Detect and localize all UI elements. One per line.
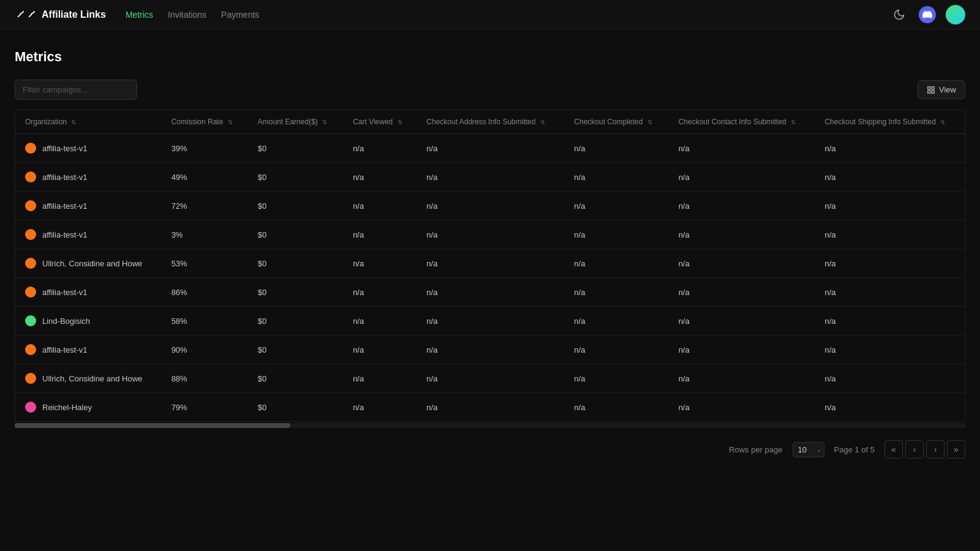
scrollbar-thumb[interactable] — [15, 423, 290, 428]
cell-org-3: affilia-test-v1 — [15, 220, 162, 249]
cell-contact-9: n/a — [669, 393, 815, 422]
cell-contact-3: n/a — [669, 220, 815, 249]
cell-cart-0: n/a — [343, 134, 417, 163]
nav-link-payments[interactable]: Payments — [221, 10, 259, 20]
cell-commission-3: 3% — [162, 220, 248, 249]
cell-org-7: affilia-test-v1 — [15, 335, 162, 364]
table-row: Lind-Bogisich 58% $0 n/a n/a n/a n/a n/a — [15, 307, 965, 335]
col-checkout-completed[interactable]: Checkout Completed ⇅ — [564, 110, 668, 134]
org-cell-2: affilia-test-v1 — [25, 200, 152, 211]
col-commission[interactable]: Comission Rate ⇅ — [162, 110, 248, 134]
table-row: affilia-test-v1 72% $0 n/a n/a n/a n/a n… — [15, 192, 965, 220]
cell-address-1: n/a — [417, 163, 564, 192]
cell-earned-1: $0 — [248, 163, 343, 192]
org-name-2: affilia-test-v1 — [42, 201, 87, 211]
svg-rect-3 — [932, 91, 934, 93]
next-page-button[interactable]: › — [926, 440, 944, 459]
view-button[interactable]: View — [918, 80, 965, 99]
table-row: affilia-test-v1 49% $0 n/a n/a n/a n/a n… — [15, 163, 965, 192]
org-dot-5 — [25, 287, 36, 298]
metrics-table-wrapper: Organization ⇅ Comission Rate ⇅ Amount E… — [15, 110, 965, 422]
org-name-4: Ullrich, Considine and Howe — [42, 259, 142, 268]
page-title: Metrics — [15, 49, 965, 65]
rows-per-page-select[interactable]: 10 25 50 100 — [793, 442, 824, 457]
cell-address-0: n/a — [417, 134, 564, 163]
org-dot-1 — [25, 171, 36, 182]
cell-org-5: affilia-test-v1 — [15, 278, 162, 307]
cell-shipping-0: n/a — [815, 134, 965, 163]
nav-link-metrics[interactable]: Metrics — [126, 10, 153, 20]
cell-earned-9: $0 — [248, 393, 343, 422]
table-body: affilia-test-v1 39% $0 n/a n/a n/a n/a n… — [15, 134, 965, 422]
col-amount-earned[interactable]: Amount Earned($) ⇅ — [248, 110, 343, 134]
theme-toggle-button[interactable] — [889, 5, 909, 24]
col-checkout-shipping[interactable]: Checkout Shipping Info Submitted ⇅ — [815, 110, 965, 134]
sort-icon-shipping: ⇅ — [940, 119, 945, 126]
brand-icon: ⟋⟋ — [15, 8, 37, 21]
cell-earned-7: $0 — [248, 335, 343, 364]
cell-shipping-5: n/a — [815, 278, 965, 307]
brand-title: Affiliate Links — [42, 9, 106, 20]
cell-address-7: n/a — [417, 335, 564, 364]
org-cell-3: affilia-test-v1 — [25, 229, 152, 240]
table-row: affilia-test-v1 39% $0 n/a n/a n/a n/a n… — [15, 134, 965, 163]
table-head: Organization ⇅ Comission Rate ⇅ Amount E… — [15, 110, 965, 134]
org-cell-9: Reichel-Haley — [25, 402, 152, 413]
filter-input[interactable] — [15, 80, 137, 100]
cell-completed-2: n/a — [564, 192, 668, 220]
cell-contact-6: n/a — [669, 307, 815, 335]
pagination-bar: Rows per page 10 25 50 100 Page 1 of 5 «… — [15, 428, 965, 459]
navbar: ⟋⟋ Affiliate Links Metrics Invitations P… — [0, 0, 980, 29]
org-dot-0 — [25, 143, 36, 154]
cell-org-6: Lind-Bogisich — [15, 307, 162, 335]
cell-completed-9: n/a — [564, 393, 668, 422]
discord-icon[interactable] — [919, 6, 936, 23]
col-checkout-contact[interactable]: Checkout Contact Info Submitted ⇅ — [669, 110, 815, 134]
cell-commission-0: 39% — [162, 134, 248, 163]
cell-contact-1: n/a — [669, 163, 815, 192]
cell-commission-2: 72% — [162, 192, 248, 220]
cell-cart-3: n/a — [343, 220, 417, 249]
cell-commission-7: 90% — [162, 335, 248, 364]
horizontal-scrollbar[interactable] — [15, 423, 965, 428]
col-cart-viewed[interactable]: Cart Viewed ⇅ — [343, 110, 417, 134]
svg-rect-2 — [928, 91, 930, 93]
table-row: affilia-test-v1 3% $0 n/a n/a n/a n/a n/… — [15, 220, 965, 249]
cell-earned-3: $0 — [248, 220, 343, 249]
org-name-3: affilia-test-v1 — [42, 230, 87, 239]
user-avatar[interactable] — [946, 5, 965, 24]
first-page-button[interactable]: « — [884, 440, 903, 459]
discord-logo — [922, 10, 932, 20]
org-name-5: affilia-test-v1 — [42, 288, 87, 297]
org-name-9: Reichel-Haley — [42, 403, 92, 412]
org-name-0: affilia-test-v1 — [42, 144, 87, 153]
cell-cart-4: n/a — [343, 249, 417, 278]
org-dot-7 — [25, 344, 36, 355]
cell-org-2: affilia-test-v1 — [15, 192, 162, 220]
nav-link-invitations[interactable]: Invitations — [168, 10, 206, 20]
cell-commission-9: 79% — [162, 393, 248, 422]
sort-icon-completed: ⇅ — [647, 119, 652, 126]
cell-contact-4: n/a — [669, 249, 815, 278]
org-name-6: Lind-Bogisich — [42, 317, 90, 326]
org-cell-1: affilia-test-v1 — [25, 171, 152, 182]
rows-per-page-label: Rows per page — [729, 445, 782, 454]
col-checkout-address[interactable]: Checkout Address Info Submitted ⇅ — [417, 110, 564, 134]
svg-rect-0 — [928, 86, 930, 89]
cell-earned-2: $0 — [248, 192, 343, 220]
org-dot-3 — [25, 229, 36, 240]
cell-completed-5: n/a — [564, 278, 668, 307]
col-organization[interactable]: Organization ⇅ — [15, 110, 162, 134]
cell-completed-1: n/a — [564, 163, 668, 192]
cell-address-4: n/a — [417, 249, 564, 278]
cell-shipping-3: n/a — [815, 220, 965, 249]
cell-address-6: n/a — [417, 307, 564, 335]
page-info: Page 1 of 5 — [834, 445, 875, 454]
nav-right — [889, 5, 965, 24]
org-dot-8 — [25, 373, 36, 384]
last-page-button[interactable]: » — [947, 440, 965, 459]
rows-per-page-select-wrap: 10 25 50 100 — [793, 442, 824, 457]
cell-commission-4: 53% — [162, 249, 248, 278]
cell-address-3: n/a — [417, 220, 564, 249]
prev-page-button[interactable]: ‹ — [905, 440, 924, 459]
